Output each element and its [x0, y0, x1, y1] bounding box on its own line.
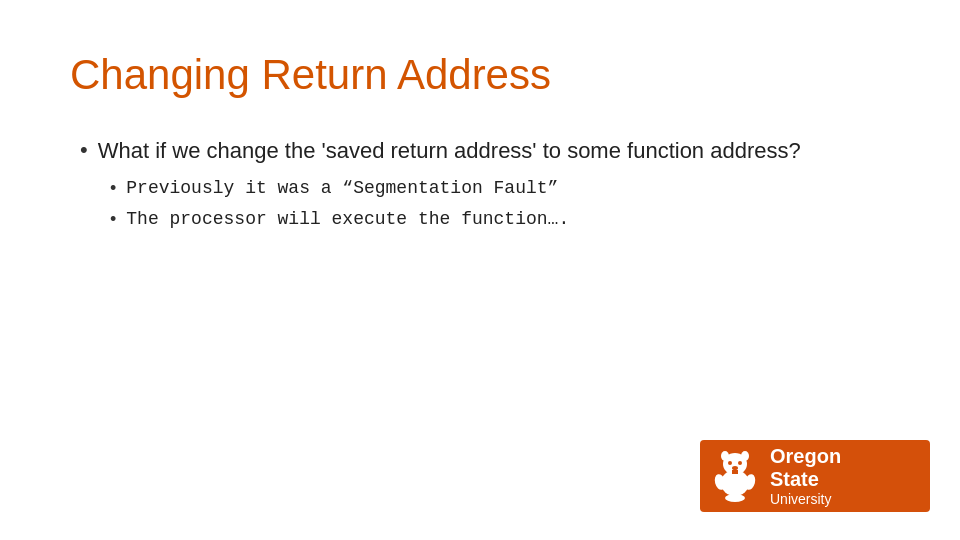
sub-bullet-2: • The processor will execute the functio… [110, 206, 890, 233]
slide-title: Changing Return Address [70, 50, 890, 100]
slide: Changing Return Address • What if we cha… [0, 0, 960, 540]
osu-oregon: Oregon [770, 445, 841, 468]
osu-text-block: Oregon State University [770, 445, 841, 507]
beaver-icon [710, 450, 760, 502]
sub-bullet-dot-2: • [110, 206, 116, 233]
main-bullet-text: What if we change the 'saved return addr… [98, 135, 801, 167]
svg-point-6 [725, 494, 745, 502]
main-bullet-dot: • [80, 135, 88, 166]
sub-bullet-dot-1: • [110, 175, 116, 202]
osu-logo: Oregon State University [700, 440, 930, 512]
sub-bullet-text-1: Previously it was a “Segmentation Fault” [126, 175, 558, 202]
svg-point-8 [738, 461, 742, 465]
sub-bullet-text-2: The processor will execute the function…… [126, 206, 569, 233]
svg-point-1 [721, 451, 729, 461]
osu-university: University [770, 491, 841, 507]
svg-rect-11 [735, 470, 738, 474]
sub-bullets: • Previously it was a “Segmentation Faul… [110, 175, 890, 233]
svg-rect-10 [732, 470, 735, 474]
svg-point-7 [728, 461, 732, 465]
main-bullet: • What if we change the 'saved return ad… [80, 135, 890, 167]
osu-state: State [770, 468, 841, 491]
content-area: • What if we change the 'saved return ad… [80, 135, 890, 233]
svg-point-9 [732, 466, 738, 470]
svg-point-2 [741, 451, 749, 461]
sub-bullet-1: • Previously it was a “Segmentation Faul… [110, 175, 890, 202]
